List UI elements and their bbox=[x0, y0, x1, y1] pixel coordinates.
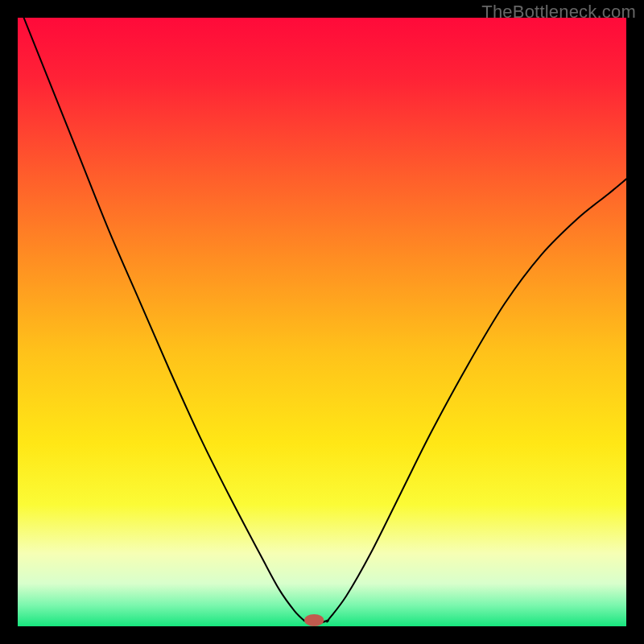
watermark-text: TheBottleneck.com bbox=[481, 2, 636, 23]
chart-frame: TheBottleneck.com bbox=[0, 0, 644, 644]
bottleneck-chart bbox=[18, 18, 626, 626]
gradient-background bbox=[18, 18, 626, 626]
plot-area bbox=[18, 18, 626, 626]
minimum-marker bbox=[304, 614, 324, 626]
